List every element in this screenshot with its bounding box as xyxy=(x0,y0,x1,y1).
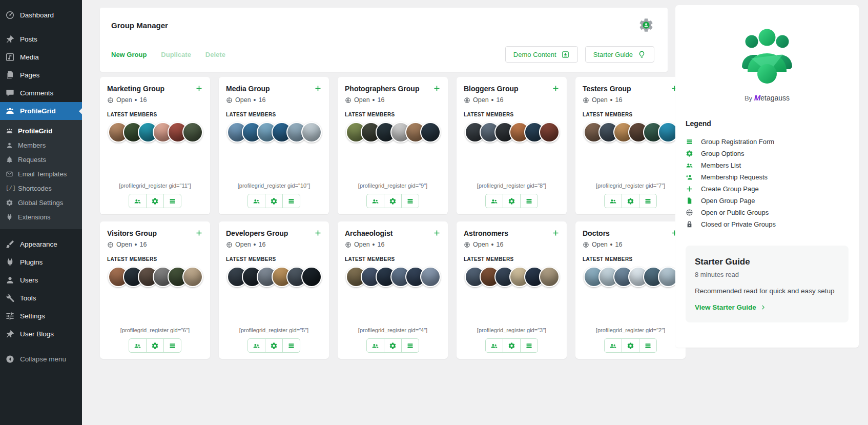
group-options-button[interactable] xyxy=(265,339,282,352)
registration-form-button[interactable] xyxy=(163,194,181,208)
latest-members-label: LATEST MEMBERS xyxy=(107,256,203,262)
sidebar-item-user-blogs[interactable]: User Blogs xyxy=(0,325,82,343)
list-icon xyxy=(686,138,693,146)
sidebar-item-dashboard[interactable]: Dashboard xyxy=(0,6,82,24)
group-options-button[interactable] xyxy=(503,339,520,352)
group-options-button[interactable] xyxy=(265,194,282,208)
collapse-menu-button[interactable]: Collapse menu xyxy=(0,350,82,368)
submenu-item-members[interactable]: Members xyxy=(0,138,82,152)
profilegrid-logo xyxy=(686,27,849,85)
sidebar-item-tools[interactable]: Tools xyxy=(0,289,82,307)
member-avatar[interactable] xyxy=(539,122,560,143)
demo-content-button[interactable]: Demo Content xyxy=(505,46,578,63)
group-name: Visitors Group xyxy=(107,229,157,237)
submenu-item-requests[interactable]: Requests xyxy=(0,152,82,167)
group-card-marketing-group: Marketing GroupOpen•16LATEST MEMBERS[pro… xyxy=(100,77,210,214)
group-action-buttons xyxy=(247,194,300,208)
sidebar-item-comments[interactable]: Comments xyxy=(0,84,82,102)
registration-form-button[interactable] xyxy=(520,194,538,208)
submenu-item-extensions[interactable]: Extensions xyxy=(0,210,82,224)
metagauss-brand: Metagauss xyxy=(754,94,790,102)
starter-guide-button[interactable]: Starter Guide xyxy=(585,46,654,63)
create-group-page-button[interactable] xyxy=(314,229,322,239)
group-shortcode: [profilegrid_register gid="10"] xyxy=(226,183,322,189)
members-list-button[interactable] xyxy=(486,339,503,352)
create-group-page-button[interactable] xyxy=(195,85,203,94)
member-avatar[interactable] xyxy=(420,267,441,287)
group-options-button[interactable] xyxy=(146,339,163,352)
member-avatar[interactable] xyxy=(539,267,560,287)
pages-icon xyxy=(5,70,15,80)
submenu-item-profilegrid[interactable]: ProfileGrid xyxy=(0,124,82,138)
pin-icon xyxy=(5,329,15,339)
sidebar-item-profilegrid[interactable]: ProfileGrid xyxy=(0,102,82,120)
group-options-button[interactable] xyxy=(384,194,401,208)
legend-icon-wrap xyxy=(686,150,693,157)
sidebar-item-media[interactable]: Media xyxy=(0,48,82,66)
registration-form-button[interactable] xyxy=(639,194,656,208)
list-icon xyxy=(287,197,295,205)
registration-form-button[interactable] xyxy=(163,339,181,352)
members-list-button[interactable] xyxy=(129,339,146,352)
members-list-button[interactable] xyxy=(367,194,384,208)
legend-label: Closed or Private Groups xyxy=(701,220,776,228)
person-icon xyxy=(6,141,13,149)
create-group-page-button[interactable] xyxy=(433,85,441,94)
group-options-button[interactable] xyxy=(503,194,520,208)
submenu-item-email-templates[interactable]: Email Templates xyxy=(0,167,82,181)
members-list-button[interactable] xyxy=(605,339,622,352)
bullet-separator: • xyxy=(491,97,494,103)
members-list-button[interactable] xyxy=(486,194,503,208)
create-group-page-button[interactable] xyxy=(552,85,560,94)
registration-form-button[interactable] xyxy=(520,339,538,352)
member-avatar[interactable] xyxy=(301,267,322,287)
profilegrid-settings-gear-icon[interactable] xyxy=(638,17,654,35)
people-icon xyxy=(253,197,260,205)
people-icon xyxy=(371,197,379,205)
latest-members-label: LATEST MEMBERS xyxy=(345,112,441,117)
members-list-button[interactable] xyxy=(248,339,265,352)
sidebar-item-appearance[interactable]: Appearance xyxy=(0,235,82,253)
delete-action: Delete xyxy=(205,51,225,58)
sidebar-item-posts[interactable]: Posts xyxy=(0,30,82,48)
sidebar-item-pages[interactable]: Pages xyxy=(0,66,82,84)
legend-label: Open Group Page xyxy=(701,197,755,205)
create-group-page-button[interactable] xyxy=(195,229,203,239)
sidebar-item-plugins[interactable]: Plugins xyxy=(0,253,82,271)
submenu-item-global-settings[interactable]: Global Settings xyxy=(0,195,82,210)
registration-form-button[interactable] xyxy=(282,339,300,352)
members-list-button[interactable] xyxy=(129,194,146,208)
group-options-button[interactable] xyxy=(622,194,639,208)
members-list-button[interactable] xyxy=(367,339,384,352)
group-name: Bloggers Group xyxy=(464,85,519,93)
member-avatar[interactable] xyxy=(420,122,441,143)
member-avatar[interactable] xyxy=(182,267,203,287)
latest-members-avatars xyxy=(464,122,560,143)
submenu-item-shortcodes[interactable]: [/]Shortcodes xyxy=(0,181,82,195)
collapse-menu-label: Collapse menu xyxy=(20,355,66,363)
latest-members-avatars xyxy=(345,267,441,287)
registration-form-button[interactable] xyxy=(401,339,419,352)
view-starter-guide-link[interactable]: View Starter Guide xyxy=(695,303,839,311)
group-visibility: Open•16 xyxy=(583,96,678,104)
sidebar-item-users[interactable]: Users xyxy=(0,271,82,289)
content-area: Group Manager New GroupDuplicateDelete D… xyxy=(82,0,868,425)
registration-form-button[interactable] xyxy=(401,194,419,208)
group-options-button[interactable] xyxy=(384,339,401,352)
members-list-button[interactable] xyxy=(605,194,622,208)
sidebar-item-settings[interactable]: Settings xyxy=(0,307,82,325)
member-avatar[interactable] xyxy=(301,122,322,143)
group-options-button[interactable] xyxy=(146,194,163,208)
create-group-page-button[interactable] xyxy=(314,85,322,94)
registration-form-button[interactable] xyxy=(639,339,656,352)
member-avatar[interactable] xyxy=(182,122,203,143)
group-options-button[interactable] xyxy=(622,339,639,352)
registration-form-button[interactable] xyxy=(282,194,300,208)
list-icon xyxy=(525,197,533,205)
members-list-button[interactable] xyxy=(248,194,265,208)
legend-icon-wrap xyxy=(686,138,693,146)
new-group-action[interactable]: New Group xyxy=(111,51,147,58)
group-card-visitors-group: Visitors GroupOpen•16LATEST MEMBERS[prof… xyxy=(100,221,210,359)
create-group-page-button[interactable] xyxy=(552,229,560,239)
create-group-page-button[interactable] xyxy=(433,229,441,239)
